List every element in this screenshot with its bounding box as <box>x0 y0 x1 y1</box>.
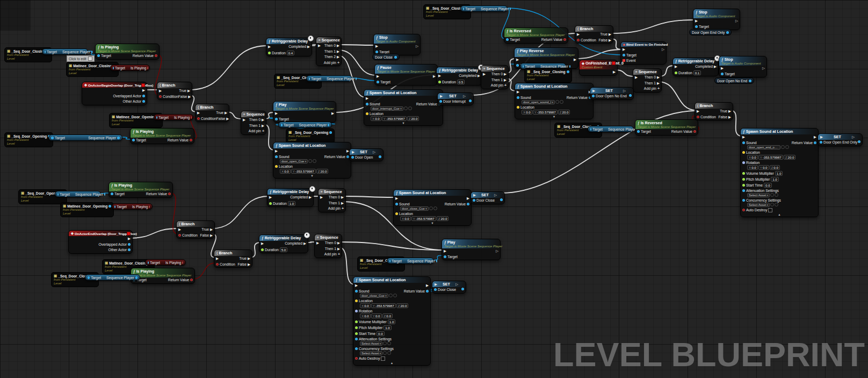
vector-field[interactable]: Y-353.579987 <box>291 169 316 174</box>
vector-field[interactable]: Z0.0 <box>382 313 393 318</box>
object-pin[interactable] <box>108 205 111 208</box>
object-pin[interactable] <box>426 290 429 293</box>
object-pin[interactable] <box>439 100 442 103</box>
exec-pin[interactable]: ▶ <box>275 149 278 153</box>
exec-pin[interactable]: ▶ <box>337 49 339 53</box>
bool-pin[interactable] <box>178 234 181 237</box>
branch-4[interactable]: ⟨Branch▶True▶ConditionFalse▶ <box>695 102 733 120</box>
float-pin[interactable] <box>742 178 745 181</box>
bool-pin[interactable] <box>577 39 580 41</box>
object-pin[interactable] <box>517 96 519 99</box>
exec-pin[interactable]: ▶ <box>309 195 312 199</box>
vector-field[interactable]: X0.0 <box>747 155 758 160</box>
object-pin[interactable] <box>592 95 595 97</box>
object-pin[interactable] <box>91 51 92 53</box>
asset-dropdown[interactable]: door_close_Cue <box>400 206 429 211</box>
exec-pin[interactable]: ▶ <box>742 135 745 139</box>
object-pin[interactable] <box>113 67 114 69</box>
blueprint-graph-canvas[interactable]: LEVEL BLUEPRINT ▣_Seq_Door_Closingfrom P… <box>0 0 868 378</box>
object-pin[interactable] <box>695 25 698 28</box>
play-node-2[interactable]: ƒPlayTarget is Movie Scene Sequence Play… <box>442 239 501 260</box>
object-pin[interactable] <box>377 81 379 83</box>
exec-pin[interactable]: ▶ <box>377 74 379 78</box>
exec-pin[interactable]: ▶ <box>261 241 264 245</box>
asset-browse-icon[interactable] <box>560 100 563 104</box>
bool-pin[interactable] <box>693 130 696 133</box>
object-pin[interactable] <box>590 128 591 131</box>
object-pin[interactable] <box>506 38 509 41</box>
value-field[interactable]: 1.0 <box>384 325 392 330</box>
exec-pin[interactable]: ▶ <box>695 19 698 23</box>
float-pin[interactable] <box>742 184 745 187</box>
is-playing-node-1[interactable]: ƒIs PlayingTarget is Movie Scene Sequenc… <box>95 44 160 60</box>
get-sequence-player-cap-3[interactable]: TargetSequence Player <box>306 75 352 82</box>
exec-pin[interactable]: ▶ <box>355 283 358 287</box>
play-node-1[interactable]: ƒPlayTarget is Movie Scene Sequence Play… <box>273 101 336 123</box>
exec-pin[interactable]: ▶ <box>516 58 519 61</box>
exec-pin[interactable]: ▶ <box>721 66 724 70</box>
sequence-2[interactable]: ≡Sequence▶Then 0▶Then 1▶Add pin+ <box>481 65 509 89</box>
get-sequence-player-cap-8[interactable]: TargetSequence Player <box>55 191 101 197</box>
set-door-open[interactable]: ▶SET▷Door Open <box>349 148 384 161</box>
var-door-open-end-only[interactable]: Door Open End Only <box>689 29 732 35</box>
exec-pin[interactable]: ▷ <box>496 249 498 253</box>
is-playing-node-3[interactable]: ƒIs PlayingTarget is Movie Scene Sequenc… <box>108 182 173 198</box>
get-sequence-player-cap-4[interactable]: TargetSequence Player <box>278 122 332 128</box>
exec-pin[interactable]: ▶ <box>341 201 344 205</box>
exec-pin[interactable]: ▶ <box>225 111 227 115</box>
vector-field[interactable]: Y-353.579987 <box>758 155 783 160</box>
exec-pin[interactable]: ▷ <box>463 94 466 98</box>
object-pin[interactable] <box>142 95 145 97</box>
spawn-sound-door-close-1[interactable]: ƒSpawn Sound at Location▶▶Sounddoor_clos… <box>393 189 472 226</box>
add-pin[interactable]: + <box>338 252 340 256</box>
asset-use-icon[interactable] <box>555 100 559 104</box>
value-field[interactable]: 1.0 <box>288 201 296 206</box>
exec-pin[interactable]: ▶ <box>438 74 441 77</box>
vector-field[interactable]: Y0.0 <box>758 165 769 170</box>
vec-pin[interactable] <box>355 299 358 302</box>
sequence-1[interactable]: ≡Sequence▶Then 0▶Then 1▶Then 2▶Add pin+ <box>316 37 342 66</box>
set-door-interrupt[interactable]: ▶SET▷Door Interrupt <box>437 92 474 105</box>
float-pin[interactable] <box>438 81 441 83</box>
object-pin[interactable] <box>355 338 358 340</box>
spawn-sound-door-interrupt[interactable]: ƒSpawn Sound at Location▶▶Sounddoor_inte… <box>364 89 443 126</box>
rot-pin[interactable] <box>742 161 745 164</box>
vector-field[interactable]: Z20.0 <box>784 155 796 160</box>
exec-pin[interactable]: ▶ <box>210 233 213 237</box>
collapse-toggle[interactable]: ▲ <box>353 361 430 365</box>
stop-node-2[interactable]: ƒStopTarget is Audio Component▶▷Target <box>719 56 767 77</box>
exec-pin[interactable]: ▶ <box>635 75 638 79</box>
asset-dropdown[interactable]: door_open_Cue <box>280 159 308 163</box>
add-pin[interactable]: + <box>657 87 660 90</box>
vector-field[interactable]: X0.0 <box>371 116 381 121</box>
vector-field[interactable]: X0.0 <box>360 303 371 308</box>
exec-pin[interactable]: ▶ <box>159 89 162 92</box>
exec-pin[interactable]: ▶ <box>395 196 398 200</box>
exec-pin[interactable]: ▶ <box>216 256 219 260</box>
exec-pin[interactable]: ▶ <box>478 74 480 77</box>
bool-pin[interactable] <box>697 116 699 118</box>
exec-pin[interactable]: ▶ <box>262 118 264 122</box>
exec-pin[interactable]: ▶ <box>337 44 339 47</box>
exec-pin[interactable]: ▷ <box>662 47 664 51</box>
is-reversed-node-2[interactable]: ƒIs ReversedTarget is Movie Scene Sequen… <box>635 119 698 135</box>
exec-pin[interactable]: ▶ <box>178 227 181 231</box>
asset-dropdown[interactable]: door_interrupt_Cue <box>371 106 403 111</box>
object-pin[interactable] <box>749 80 751 82</box>
object-pin[interactable] <box>444 255 446 258</box>
vector-field[interactable]: Y-353.579987 <box>382 116 407 121</box>
asset-browse-icon[interactable] <box>387 341 391 345</box>
object-pin[interactable] <box>275 118 278 120</box>
object-pin[interactable] <box>51 137 54 139</box>
exec-pin[interactable]: ▶ <box>210 227 213 231</box>
object-pin[interactable] <box>637 130 640 133</box>
actor-ref-matinee-door-opening-2[interactable]: ▣Matinee_Door_Openingfrom Persistent Lev… <box>60 202 114 217</box>
matinee-is-playing-cap-1[interactable]: TargetIs Playing <box>110 65 150 71</box>
exec-pin[interactable]: ▶ <box>331 111 334 115</box>
object-pin[interactable] <box>742 199 745 202</box>
vec-pin[interactable] <box>517 106 519 109</box>
set-door-close-1[interactable]: ▶SET▷Door Close <box>471 191 505 204</box>
asset-use-icon[interactable] <box>308 159 312 163</box>
vector-field[interactable]: Y-353.579987 <box>533 110 558 115</box>
exec-pin[interactable]: ▶ <box>435 282 437 286</box>
